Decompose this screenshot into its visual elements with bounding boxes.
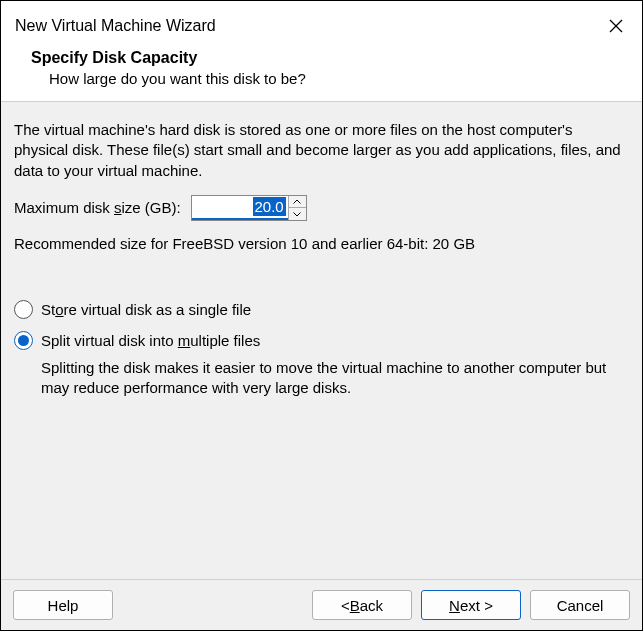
recommended-size-text: Recommended size for FreeBSD version 10 …	[14, 235, 629, 252]
help-button[interactable]: Help	[13, 590, 113, 620]
disk-storage-radio-group: Store virtual disk as a single file Spli…	[14, 300, 629, 350]
disk-size-label: Maximum disk size (GB):	[14, 199, 181, 216]
chevron-down-icon	[293, 212, 301, 217]
radio-single-file[interactable]: Store virtual disk as a single file	[14, 300, 629, 319]
radio-multiple-files-description: Splitting the disk makes it easier to mo…	[41, 358, 629, 399]
spinner-buttons	[288, 196, 306, 220]
button-bar: Help < Back Next > Cancel	[1, 579, 642, 630]
disk-size-row: Maximum disk size (GB): 20.0	[14, 195, 629, 221]
close-icon	[608, 18, 624, 34]
page-title: Specify Disk Capacity	[31, 49, 612, 67]
chevron-up-icon	[293, 199, 301, 204]
spinner-up-button[interactable]	[289, 196, 306, 209]
wizard-header: Specify Disk Capacity How large do you w…	[1, 43, 642, 102]
radio-single-file-circle[interactable]	[14, 300, 33, 319]
back-button[interactable]: < Back	[312, 590, 412, 620]
next-button[interactable]: Next >	[421, 590, 521, 620]
description-text: The virtual machine's hard disk is store…	[14, 120, 629, 181]
close-button[interactable]	[604, 14, 628, 38]
disk-size-input[interactable]: 20.0	[192, 196, 288, 220]
radio-multiple-files-circle[interactable]	[14, 331, 33, 350]
content-area: The virtual machine's hard disk is store…	[1, 102, 642, 579]
spinner-down-button[interactable]	[289, 208, 306, 220]
radio-multiple-files-label[interactable]: Split virtual disk into multiple files	[41, 332, 260, 349]
page-subtitle: How large do you want this disk to be?	[31, 70, 612, 87]
radio-multiple-files[interactable]: Split virtual disk into multiple files	[14, 331, 629, 350]
radio-single-file-label[interactable]: Store virtual disk as a single file	[41, 301, 251, 318]
disk-size-spinner[interactable]: 20.0	[191, 195, 307, 221]
cancel-button[interactable]: Cancel	[530, 590, 630, 620]
window-title: New Virtual Machine Wizard	[15, 17, 216, 35]
button-spacer	[122, 590, 303, 620]
titlebar: New Virtual Machine Wizard	[1, 1, 642, 43]
radio-dot-icon	[18, 335, 29, 346]
